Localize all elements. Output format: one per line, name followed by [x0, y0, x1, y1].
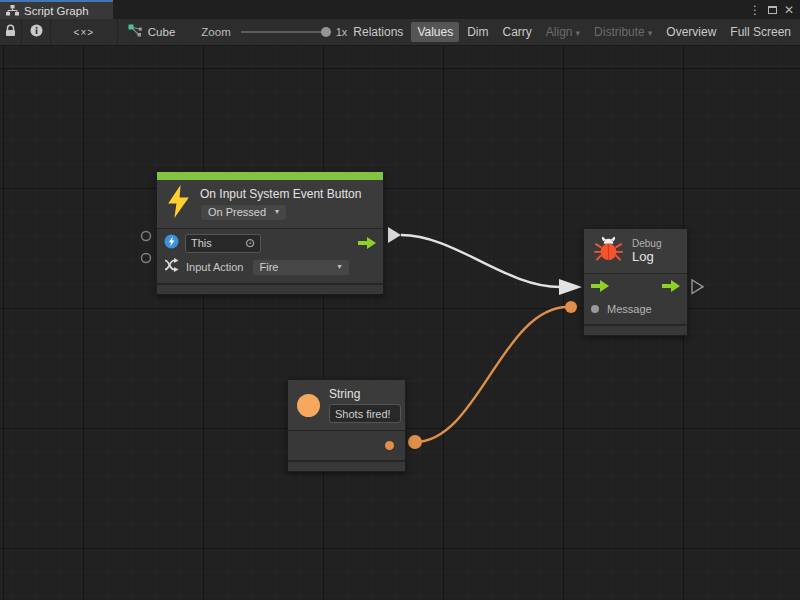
menu-icon[interactable]: ⋮	[749, 4, 761, 16]
string-output-dot[interactable]	[385, 441, 394, 450]
chevron-down-icon: ▾	[337, 262, 341, 271]
graph-toolbar: <×> Cube Zoom 1x Relations Values Dim Ca…	[0, 19, 800, 46]
dim-button[interactable]: Dim	[461, 22, 494, 42]
graph-pointer-icon	[128, 24, 142, 40]
align-button[interactable]: Align▾	[540, 22, 586, 42]
string-node-title: String	[329, 387, 401, 401]
wire-string-connection[interactable]	[415, 307, 568, 442]
lightning-bolt-icon	[166, 185, 191, 222]
event-input-action-outer-port[interactable]	[142, 254, 151, 263]
graph-canvas[interactable]: On Input System Event Button On Pressed …	[0, 46, 800, 600]
input-action-dropdown[interactable]: Fire ▾	[252, 259, 350, 276]
distribute-button[interactable]: Distribute▾	[588, 22, 658, 42]
chevron-down-icon: ▾	[648, 28, 653, 38]
debug-message-outer-port[interactable]	[565, 301, 577, 313]
node-debug-log[interactable]: Debug Log Message	[583, 228, 688, 336]
node-on-input-system-event-button[interactable]: On Input System Event Button On Pressed …	[156, 171, 384, 295]
values-button[interactable]: Values	[411, 22, 459, 42]
carry-button[interactable]: Carry	[497, 22, 538, 42]
graph-icon	[6, 2, 19, 20]
overview-button[interactable]: Overview	[660, 22, 722, 42]
bug-icon	[594, 235, 623, 266]
input-action-port-row: Input Action Fire ▾	[164, 257, 376, 277]
zoom-level: 1x	[336, 26, 348, 38]
info-button[interactable]	[22, 19, 50, 45]
input-action-label: Input Action	[186, 261, 244, 273]
chevron-down-icon: ▾	[576, 28, 581, 38]
event-node-footer	[157, 283, 383, 294]
string-type-icon	[297, 394, 320, 417]
wire-trigger-connection[interactable]	[401, 235, 560, 287]
debug-node-header: Debug Log	[584, 229, 687, 273]
event-accent-bar	[157, 172, 383, 180]
event-trigger-output-port[interactable]	[388, 227, 401, 243]
gameobject-event-icon	[164, 234, 179, 253]
lock-icon	[5, 24, 16, 40]
zoom-label: Zoom	[201, 26, 230, 38]
target-object-label: Cube	[148, 26, 176, 38]
trigger-output-arrow-icon[interactable]	[662, 278, 680, 296]
zoom-control: Zoom 1x	[201, 19, 347, 45]
string-output-port[interactable]	[408, 435, 422, 449]
string-node-body	[288, 431, 405, 460]
message-port-label: Message	[607, 303, 652, 315]
window-controls: ⋮ ✕	[749, 0, 800, 19]
event-node-title: On Input System Event Button	[200, 187, 361, 201]
tab-title: Script Graph	[24, 5, 89, 17]
close-icon[interactable]: ✕	[784, 4, 794, 16]
toolbar-buttons: Relations Values Dim Carry Align▾ Distri…	[347, 19, 800, 45]
zoom-slider-handle[interactable]	[321, 27, 331, 37]
event-node-body: This ⊙ Input Action Fire ▾	[157, 229, 383, 283]
string-node-footer	[288, 460, 405, 471]
trigger-output-arrow-icon[interactable]	[358, 237, 376, 249]
message-port-dot[interactable]	[591, 305, 599, 313]
fullscreen-button[interactable]: Full Screen	[724, 22, 797, 42]
zoom-slider[interactable]	[241, 31, 327, 33]
node-string-literal[interactable]: String Shots fired!	[287, 379, 406, 472]
window-tab-bar: Script Graph ⋮ ✕	[0, 0, 800, 19]
event-mode-dropdown[interactable]: On Pressed ▾	[200, 204, 287, 221]
this-object-field[interactable]: This ⊙	[185, 234, 261, 253]
chevron-down-icon: ▾	[275, 207, 279, 216]
debug-node-body: Message	[584, 274, 687, 324]
debug-trigger-outer-port[interactable]	[692, 280, 703, 294]
info-icon	[30, 24, 43, 40]
tab-script-graph[interactable]: Script Graph	[0, 0, 113, 19]
lock-button[interactable]	[0, 19, 22, 45]
input-action-icon	[164, 258, 180, 276]
event-this-outer-port[interactable]	[142, 232, 151, 241]
debug-trigger-input-port[interactable]	[559, 279, 582, 295]
code-view-button[interactable]: <×>	[51, 19, 118, 45]
this-port-row: This ⊙	[164, 233, 376, 253]
event-node-header: On Input System Event Button On Pressed …	[157, 180, 383, 228]
maximize-icon[interactable]	[768, 6, 777, 14]
code-icon: <×>	[74, 27, 95, 38]
relations-button[interactable]: Relations	[347, 22, 409, 42]
trigger-input-arrow-icon[interactable]	[591, 278, 609, 296]
debug-trigger-row	[591, 280, 680, 294]
message-port-row: Message	[591, 301, 680, 317]
string-value-field[interactable]: Shots fired!	[329, 404, 401, 423]
debug-node-title: Log	[632, 249, 661, 264]
object-picker-icon[interactable]: ⊙	[245, 237, 255, 249]
debug-node-category: Debug	[632, 238, 661, 249]
graph-target[interactable]: Cube	[118, 19, 176, 45]
string-node-header: String Shots fired!	[288, 380, 405, 430]
debug-node-footer	[584, 324, 687, 335]
